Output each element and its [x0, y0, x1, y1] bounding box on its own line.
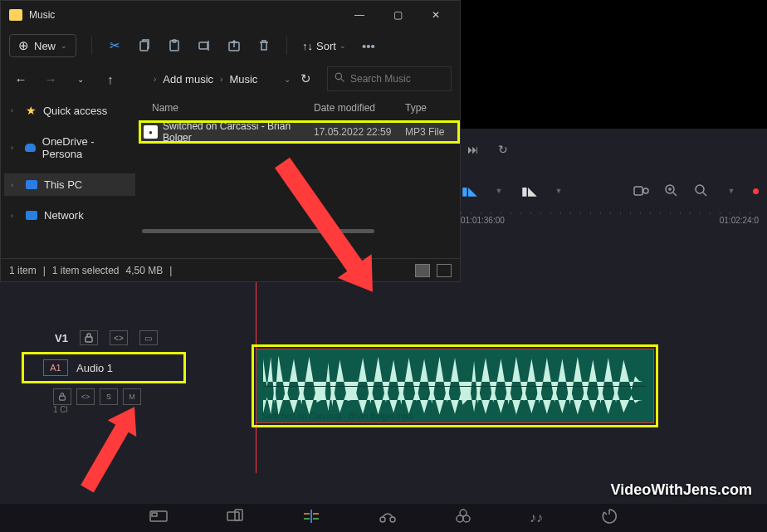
watermark: VideoWithJens.com — [610, 481, 752, 499]
lock-icon[interactable] — [53, 388, 71, 405]
column-headers[interactable]: Name Date modified Type — [139, 95, 460, 120]
search-input[interactable]: Search Music — [327, 66, 452, 91]
paste-icon[interactable] — [167, 38, 182, 53]
timeline-ruler[interactable] — [461, 212, 759, 214]
search-icon — [335, 72, 345, 85]
svg-point-16 — [335, 73, 341, 79]
forward-button[interactable]: → — [39, 67, 62, 90]
more-icon[interactable]: ••• — [361, 38, 376, 53]
svg-line-7 — [703, 193, 706, 196]
sidebar-label: OneDrive - Persona — [42, 135, 129, 160]
file-date: 17.05.2022 22:59 — [314, 126, 405, 138]
separator: | — [169, 265, 172, 276]
search-placeholder: Search Music — [350, 73, 411, 85]
sidebar-item-quick-access[interactable]: › ★ Quick access — [4, 99, 135, 122]
lock-icon[interactable] — [80, 330, 98, 345]
expand-icon[interactable]: › — [11, 181, 19, 189]
loop-icon[interactable]: ↻ — [495, 141, 511, 158]
svg-rect-13 — [199, 42, 208, 49]
mp3-file-icon: ● — [144, 125, 158, 139]
share-icon[interactable] — [227, 38, 242, 53]
audio-track-header[interactable]: A1 Audio 1 — [25, 355, 183, 380]
skip-next-icon[interactable]: ⏭ — [465, 141, 481, 158]
details-view-button[interactable] — [415, 264, 430, 277]
address-bar[interactable]: › Add music › Music ⌄ ↻ — [129, 64, 320, 94]
refresh-icon[interactable]: ↻ — [297, 67, 314, 90]
status-bar: 1 item | 1 item selected 4,50 MB | — [1, 258, 460, 281]
chevron-down-icon[interactable]: ⌄ — [284, 75, 291, 84]
sidebar-item-network[interactable]: › Network — [4, 204, 135, 227]
col-name[interactable]: Name — [144, 102, 314, 114]
audio-track-buttons: <> S M — [25, 385, 183, 408]
back-button[interactable]: ← — [9, 67, 32, 90]
auto-select-icon[interactable]: <> — [76, 388, 95, 405]
sidebar-label: Quick access — [43, 105, 107, 117]
col-type[interactable]: Type — [405, 102, 447, 114]
sidebar-item-this-pc[interactable]: › This PC — [4, 173, 135, 196]
new-label: New — [34, 40, 56, 52]
zoom-fit-icon[interactable] — [633, 183, 650, 199]
flag-white-icon[interactable]: ▮◣ — [520, 183, 537, 199]
command-bar: ⊕ New ⌄ ✂ ↑↓ Sort ⌄ ••• — [1, 29, 460, 62]
timecode-row: 01:01:36:00 01:02:24:0 — [461, 216, 759, 236]
minimize-button[interactable]: — — [340, 1, 379, 29]
edit-page-icon[interactable] — [302, 509, 320, 527]
clip-count: 1 Cl — [53, 405, 68, 414]
folder-icon — [135, 74, 147, 84]
timecode: 01:02:24:0 — [720, 216, 759, 236]
nav-bar: ← → ⌄ ↑ › Add music › Music ⌄ ↻ Search M… — [1, 62, 460, 95]
copy-icon[interactable] — [137, 38, 152, 53]
media-page-icon[interactable] — [149, 509, 168, 527]
audio-clip[interactable]: Switched on Carcassi - Brian Bolger.mp3 — [256, 349, 654, 423]
breadcrumb-part[interactable]: Music — [229, 73, 257, 85]
close-button[interactable]: ✕ — [417, 1, 455, 29]
cut-icon[interactable]: ✂ — [107, 38, 122, 53]
auto-select-icon[interactable]: <> — [110, 330, 128, 345]
flag-blue-icon[interactable]: ▮◣ — [461, 183, 477, 199]
sidebar-item-onedrive[interactable]: › OneDrive - Persona — [4, 130, 135, 165]
video-track-header[interactable]: V1 <> ▭ — [25, 324, 183, 352]
file-row[interactable]: ● Switched on Carcassi - Brian Bolger 17… — [139, 120, 460, 144]
rename-icon[interactable] — [197, 38, 212, 53]
search-icon[interactable] — [693, 183, 710, 199]
svg-point-6 — [696, 185, 704, 193]
col-date[interactable]: Date modified — [314, 102, 405, 114]
svg-point-30 — [457, 515, 463, 522]
sort-icon: ↑↓ — [302, 40, 313, 52]
thumbnails-view-button[interactable] — [437, 264, 452, 277]
breadcrumb-part[interactable]: Add music — [163, 73, 213, 85]
chevron-down-icon[interactable]: ▼ — [491, 183, 507, 199]
up-button[interactable]: ↑ — [99, 67, 122, 90]
file-explorer-window: Music — ▢ ✕ ⊕ New ⌄ ✂ ↑↓ Sort ⌄ — [0, 0, 461, 282]
expand-icon[interactable]: › — [11, 106, 19, 115]
expand-icon[interactable]: › — [11, 212, 19, 220]
chevron-down-icon[interactable]: ▼ — [550, 183, 567, 199]
chevron-down-icon[interactable]: ▼ — [723, 183, 740, 199]
audio-track-badge[interactable]: A1 — [43, 359, 68, 376]
separator: | — [43, 265, 46, 276]
status-selected: 1 item selected — [52, 265, 120, 276]
svg-point-31 — [463, 515, 470, 522]
cut-page-icon[interactable] — [226, 509, 244, 527]
new-button[interactable]: ⊕ New ⌄ — [9, 34, 76, 57]
plus-icon: ⊕ — [18, 38, 29, 53]
delete-icon[interactable] — [256, 38, 271, 53]
color-page-icon[interactable] — [455, 508, 471, 528]
zoom-in-icon[interactable] — [663, 183, 680, 199]
sort-button[interactable]: ↑↓ Sort ⌄ — [302, 40, 346, 52]
pc-icon — [26, 180, 37, 189]
file-name: Switched on Carcassi - Brian Bolger — [163, 120, 314, 144]
chevron-down-icon[interactable]: ⌄ — [69, 67, 92, 90]
fusion-page-icon[interactable] — [379, 509, 397, 527]
track-lane[interactable]: Switched on Carcassi - Brian Bolger.mp3 — [224, 307, 759, 456]
frame-icon[interactable]: ▭ — [139, 330, 158, 345]
deliver-page-icon[interactable] — [601, 508, 618, 528]
svg-point-28 — [390, 517, 395, 522]
solo-button[interactable]: S — [100, 388, 118, 405]
expand-icon[interactable]: › — [11, 144, 18, 152]
clip-filename: Switched on Carcassi - Brian Bolger.mp3 — [261, 412, 413, 421]
fairlight-page-icon[interactable]: ♪♪ — [530, 510, 543, 525]
viewer-area — [461, 0, 767, 129]
maximize-button[interactable]: ▢ — [379, 1, 417, 29]
titlebar[interactable]: Music — ▢ ✕ — [1, 1, 460, 29]
